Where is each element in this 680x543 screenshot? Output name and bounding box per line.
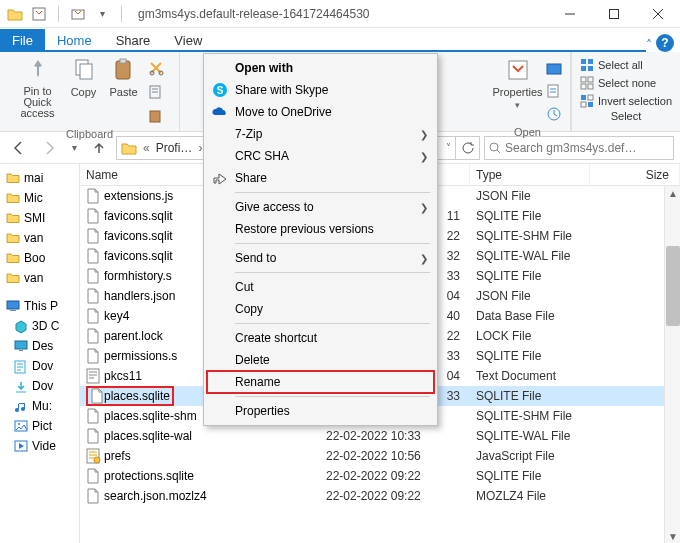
properties-button[interactable]: Properties ▾ bbox=[492, 56, 544, 124]
chevron-right-icon: ❯ bbox=[420, 202, 428, 213]
tree-pc-item[interactable]: Dov bbox=[0, 376, 79, 396]
file-name: places.sqlite-wal bbox=[80, 428, 320, 444]
file-type: LOCK File bbox=[470, 329, 590, 343]
tree-folder[interactable]: Mic bbox=[0, 188, 79, 208]
file-type: SQLITE File bbox=[470, 349, 590, 363]
refresh-button[interactable] bbox=[455, 136, 479, 160]
ctx-give-access[interactable]: Give access to❯ bbox=[207, 196, 434, 218]
file-name: prefs bbox=[80, 448, 320, 464]
qat-newfolder-icon[interactable] bbox=[69, 5, 87, 23]
svg-rect-36 bbox=[87, 369, 99, 383]
ctx-shortcut[interactable]: Create shortcut bbox=[207, 327, 434, 349]
help-button[interactable]: ? bbox=[656, 34, 674, 52]
search-input[interactable]: Search gm3ms4ys.def… bbox=[484, 136, 674, 160]
chevron-right-icon: ❯ bbox=[420, 253, 428, 264]
tree-folder[interactable]: van bbox=[0, 268, 79, 288]
col-type[interactable]: Type bbox=[470, 164, 590, 185]
file-row[interactable]: places.sqlite-wal22-02-2022 10:33SQLITE-… bbox=[80, 426, 680, 446]
file-row[interactable]: prefs22-02-2022 10:56JavaScript File bbox=[80, 446, 680, 466]
svg-rect-29 bbox=[10, 310, 16, 311]
ctx-skype[interactable]: S Share with Skype bbox=[207, 79, 434, 101]
open-icon[interactable] bbox=[544, 58, 564, 78]
selectnone-icon bbox=[580, 76, 594, 90]
qat-chevron-icon[interactable]: ▾ bbox=[93, 5, 111, 23]
col-size[interactable]: Size bbox=[590, 164, 680, 185]
paste-icon bbox=[110, 56, 138, 84]
nav-tree[interactable]: maiMicSMIvanBoovanThis P3D CDesDovDovMu:… bbox=[0, 164, 80, 543]
invert-selection-button[interactable]: Invert selection bbox=[580, 92, 672, 110]
window-title: gm3ms4ys.default-release-1641724464530 bbox=[132, 7, 548, 21]
copypath-icon[interactable] bbox=[146, 82, 166, 102]
svg-point-34 bbox=[18, 423, 20, 425]
svg-rect-18 bbox=[588, 66, 593, 71]
qat-properties-icon[interactable] bbox=[30, 5, 48, 23]
close-button[interactable] bbox=[636, 0, 680, 28]
context-menu: Open with S Share with Skype Move to One… bbox=[203, 53, 438, 426]
cut-icon[interactable] bbox=[146, 58, 166, 78]
tree-folder[interactable]: Boo bbox=[0, 248, 79, 268]
file-name: protections.sqlite bbox=[80, 468, 320, 484]
scroll-down-icon[interactable]: ▼ bbox=[666, 529, 680, 543]
ctx-rename[interactable]: Rename bbox=[207, 371, 434, 393]
ctx-copy[interactable]: Copy bbox=[207, 298, 434, 320]
ctx-open-with[interactable]: Open with bbox=[207, 57, 434, 79]
ctx-cut[interactable]: Cut bbox=[207, 276, 434, 298]
copy-button[interactable]: Copy bbox=[66, 56, 102, 98]
back-button[interactable] bbox=[6, 135, 32, 161]
tree-folder[interactable]: SMI bbox=[0, 208, 79, 228]
select-none-button[interactable]: Select none bbox=[580, 74, 672, 92]
tab-share[interactable]: Share bbox=[104, 29, 163, 52]
file-row[interactable]: protections.sqlite22-02-2022 09:22SQLITE… bbox=[80, 466, 680, 486]
tree-folder[interactable]: mai bbox=[0, 168, 79, 188]
tree-pc-item[interactable]: Pict bbox=[0, 416, 79, 436]
pin-quickaccess-button[interactable]: Pin to Quick access bbox=[14, 56, 62, 119]
tree-pc-item[interactable]: Mu: bbox=[0, 396, 79, 416]
forward-button[interactable] bbox=[36, 135, 62, 161]
desktop-icon bbox=[14, 340, 28, 352]
svg-text:S: S bbox=[217, 85, 224, 96]
ctx-crc[interactable]: CRC SHA❯ bbox=[207, 145, 434, 167]
file-row[interactable]: search.json.mozlz422-02-2022 09:22MOZLZ4… bbox=[80, 486, 680, 506]
tree-pc-item[interactable]: Des bbox=[0, 336, 79, 356]
ctx-send-to[interactable]: Send to❯ bbox=[207, 247, 434, 269]
vertical-scrollbar[interactable]: ▲ ▼ bbox=[664, 186, 680, 543]
scroll-up-icon[interactable]: ▲ bbox=[666, 186, 680, 200]
tree-pc-item[interactable]: Vide bbox=[0, 436, 79, 456]
tree-folder[interactable]: van bbox=[0, 228, 79, 248]
breadcrumb-segment[interactable]: Profi… bbox=[152, 141, 197, 155]
select-all-button[interactable]: Select all bbox=[580, 56, 672, 74]
history-icon[interactable] bbox=[544, 104, 564, 124]
file-type: SQLITE-SHM File bbox=[470, 229, 590, 243]
pasteshortcut-icon[interactable] bbox=[146, 106, 166, 126]
ctx-7zip[interactable]: 7-Zip❯ bbox=[207, 123, 434, 145]
tab-file[interactable]: File bbox=[0, 29, 45, 52]
svg-point-38 bbox=[94, 457, 100, 463]
svg-rect-22 bbox=[588, 84, 593, 89]
edit-icon[interactable] bbox=[544, 81, 564, 101]
ctx-share[interactable]: Share bbox=[207, 167, 434, 189]
chevron-right-icon: ❯ bbox=[420, 129, 428, 140]
svg-rect-16 bbox=[588, 59, 593, 64]
ctx-delete[interactable]: Delete bbox=[207, 349, 434, 371]
ctx-properties[interactable]: Properties bbox=[207, 400, 434, 422]
svg-rect-20 bbox=[588, 77, 593, 82]
share-icon bbox=[211, 169, 229, 187]
file-type: SQLITE File bbox=[470, 269, 590, 283]
file-type: SQLITE File bbox=[470, 209, 590, 223]
svg-rect-25 bbox=[588, 95, 593, 100]
tree-thispc[interactable]: This P bbox=[0, 296, 79, 316]
svg-rect-5 bbox=[116, 61, 130, 79]
svg-rect-26 bbox=[581, 102, 586, 107]
tree-pc-item[interactable]: Dov bbox=[0, 356, 79, 376]
tab-view[interactable]: View bbox=[162, 29, 214, 52]
paste-button[interactable]: Paste bbox=[106, 56, 142, 98]
scroll-thumb[interactable] bbox=[666, 246, 680, 326]
ctx-restore[interactable]: Restore previous versions bbox=[207, 218, 434, 240]
ctx-onedrive[interactable]: Move to OneDrive bbox=[207, 101, 434, 123]
svg-point-27 bbox=[490, 143, 498, 151]
tab-home[interactable]: Home bbox=[45, 29, 104, 52]
minimize-button[interactable] bbox=[548, 0, 592, 28]
maximize-button[interactable] bbox=[592, 0, 636, 28]
tree-pc-item[interactable]: 3D C bbox=[0, 316, 79, 336]
ribbon-collapse-icon[interactable]: ˄ bbox=[646, 38, 656, 52]
